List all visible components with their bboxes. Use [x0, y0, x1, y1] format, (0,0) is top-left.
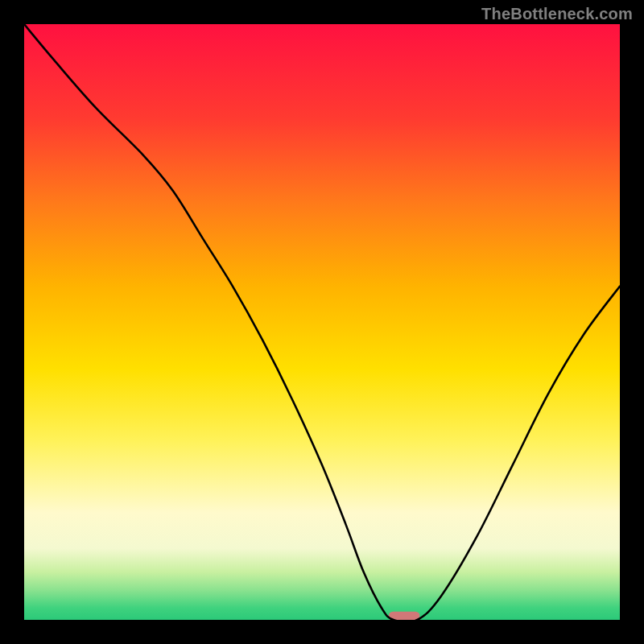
bottleneck-chart: [24, 24, 620, 620]
optimal-range-marker: [389, 612, 419, 620]
chart-frame: TheBottleneck.com: [0, 0, 644, 644]
watermark-text: TheBottleneck.com: [481, 5, 633, 23]
gradient-background: [24, 24, 620, 620]
